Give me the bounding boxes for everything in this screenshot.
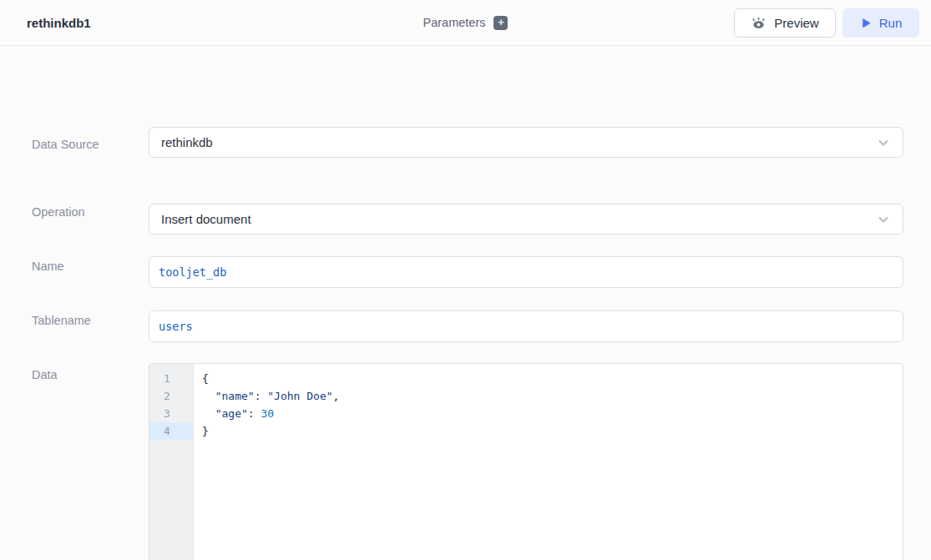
- line-number: 2: [149, 387, 193, 405]
- line-number: 3: [149, 405, 193, 422]
- code-line: "age": 30: [202, 405, 903, 422]
- name-input[interactable]: tooljet_db: [149, 256, 903, 288]
- query-header: rethinkdb1 Parameters + Preview: [0, 0, 931, 46]
- play-icon: [860, 18, 872, 29]
- eye-icon: [751, 17, 767, 30]
- operation-select[interactable]: Insert document: [149, 204, 903, 235]
- add-parameter-button[interactable]: +: [493, 16, 508, 30]
- line-number: 4: [149, 422, 193, 440]
- tablename-label: Tablename: [32, 314, 91, 327]
- operation-value: Insert document: [161, 212, 876, 226]
- chevron-down-icon: [876, 135, 891, 150]
- tablename-input-value: users: [159, 320, 193, 333]
- chevron-down-icon: [876, 212, 891, 227]
- name-input-value: tooljet_db: [159, 265, 226, 279]
- line-number: 1: [149, 370, 193, 387]
- header-actions: Preview Run: [734, 8, 919, 38]
- code-line: }: [202, 422, 903, 440]
- tablename-input[interactable]: users: [149, 310, 903, 342]
- editor-gutter: 1234: [149, 364, 194, 560]
- data-label: Data: [32, 368, 58, 381]
- data-source-select[interactable]: rethinkdb: [149, 127, 903, 158]
- parameters-label: Parameters: [423, 16, 486, 29]
- code-line: "name": "John Doe",: [202, 387, 903, 405]
- run-button-label: Run: [879, 16, 903, 30]
- code-line: {: [202, 370, 903, 387]
- code-editor[interactable]: 1234 { "name": "John Doe", "age": 30}: [149, 363, 903, 560]
- name-label: Name: [32, 260, 64, 273]
- query-editor-form: Data Source rethinkdb Operation Insert d…: [0, 46, 931, 560]
- query-title: rethinkdb1: [27, 16, 91, 30]
- operation-label: Operation: [32, 205, 85, 219]
- plus-icon: +: [498, 16, 504, 28]
- editor-content[interactable]: { "name": "John Doe", "age": 30}: [194, 364, 903, 560]
- preview-button[interactable]: Preview: [734, 8, 836, 38]
- preview-button-label: Preview: [774, 16, 818, 30]
- data-source-label: Data Source: [32, 138, 99, 151]
- data-source-value: rethinkdb: [161, 135, 876, 149]
- run-button[interactable]: Run: [842, 8, 919, 38]
- parameters-section: Parameters +: [423, 16, 509, 30]
